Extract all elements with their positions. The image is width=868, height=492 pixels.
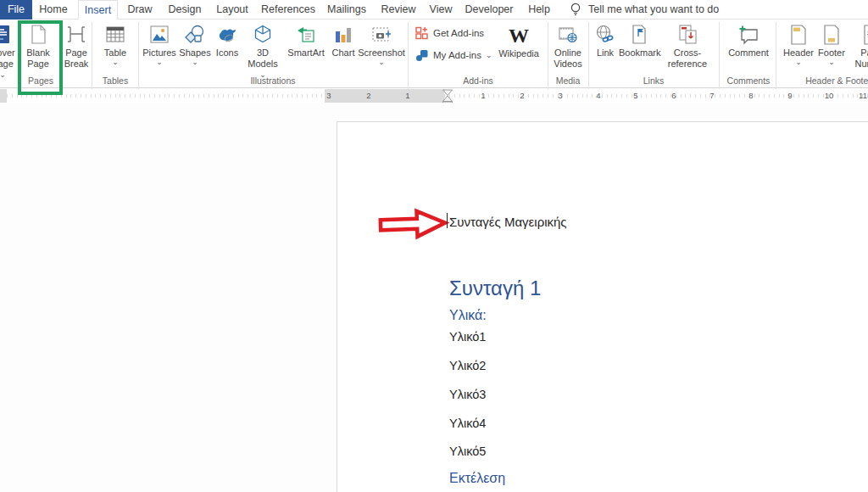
ribbon-button-get-add-ins[interactable]: Get Add-ins	[415, 26, 484, 40]
document-page[interactable]	[337, 121, 868, 492]
menu-tab-review[interactable]: Review	[381, 0, 416, 20]
ribbon-button-my-add-ins[interactable]: My Add-ins ⌄	[415, 48, 492, 62]
group-label-add-ins: Add-ins	[412, 75, 544, 86]
ruler-left-edge	[0, 89, 7, 103]
button-label: Screenshot	[358, 48, 405, 58]
ribbon-button-bookmark[interactable]: Bookmark	[619, 22, 659, 59]
button-label: Cross-reference	[668, 48, 707, 69]
button-label: Get Add-ins	[433, 28, 484, 38]
button-label: Shapes	[179, 48, 210, 58]
button-label: Wikipedia	[498, 48, 539, 59]
ribbon-button-chart[interactable]: Chart	[329, 22, 358, 59]
red-arrow-annotation	[378, 208, 449, 240]
button-label: Comment	[728, 48, 769, 58]
document-title-text: Συνταγές Μαγειρικής	[449, 215, 567, 229]
chevron-down-icon: ⌄	[486, 53, 492, 59]
chevron-down-icon: ⌄	[178, 59, 212, 65]
ruler-number: 8	[748, 91, 753, 100]
group-label-tables: Tables	[95, 75, 136, 86]
ingredient-line: Υλικό5	[449, 444, 486, 458]
menu-tab-developer[interactable]: Developer	[465, 0, 514, 20]
group-label-links: Links	[592, 75, 715, 86]
smartart-icon	[295, 22, 317, 48]
menu-tab-home[interactable]: Home	[39, 0, 67, 20]
ribbon-button-page-number[interactable]: # Page Number ⌄	[848, 22, 868, 75]
chevron-down-icon: ⌄	[98, 59, 132, 65]
ruler-number: 5	[633, 91, 637, 100]
menu-tab-file[interactable]: File	[0, 0, 32, 20]
menu-tab-design[interactable]: Design	[169, 0, 202, 20]
table-icon	[104, 22, 126, 48]
button-label: Icons	[216, 48, 238, 58]
ribbon-button-header[interactable]: Header ⌄	[782, 22, 815, 65]
tell-me-search[interactable]: Tell me what you want to do	[588, 0, 719, 20]
menu-tab-view[interactable]: View	[430, 0, 453, 20]
ribbon-button-pictures[interactable]: Pictures ⌄	[141, 22, 178, 65]
ruler-number: 3	[326, 91, 331, 100]
bookmark-icon	[628, 22, 650, 48]
menu-tab-references[interactable]: References	[261, 0, 315, 20]
ribbon-button-footer[interactable]: Footer ⌄	[815, 22, 848, 65]
comment-icon	[737, 22, 760, 48]
ruler-number: 1	[481, 91, 485, 100]
get-add-ins-icon	[415, 26, 429, 40]
ingredient-line: Υλικό4	[449, 417, 486, 430]
my-add-ins-icon	[415, 48, 429, 62]
ribbon-button-online-videos[interactable]: Online Videos	[549, 22, 587, 69]
footer-icon	[821, 22, 843, 48]
menu-tab-help[interactable]: Help	[528, 0, 550, 20]
ribbon-button-3d-models[interactable]: 3D Models ⌄	[242, 22, 283, 80]
button-label: Table	[104, 48, 126, 58]
ribbon-button-comment[interactable]: Comment	[723, 22, 774, 59]
cover-page-icon	[0, 22, 14, 48]
ruler-number: 10	[825, 91, 834, 100]
button-label: SmartArt	[287, 48, 324, 58]
button-label: Pictures	[142, 48, 176, 58]
menu-tab-insert[interactable]: Insert	[78, 0, 118, 20]
ribbon-button-cover-page[interactable]: Cover Page ⌄	[0, 22, 19, 80]
menu-tab-mailings[interactable]: Mailings	[327, 0, 366, 20]
ribbon-group-tables: Table ⌄ Tables	[95, 20, 136, 88]
horizontal-ruler: 3 2 1 1 2 3 4 5 6 7 8 9 10 11	[0, 89, 868, 103]
menu-bar: File Home Insert Draw Design Layout Refe…	[0, 0, 868, 20]
ingredient-line: Υλικό1	[449, 330, 486, 344]
ribbon-button-shapes[interactable]: Shapes ⌄	[178, 22, 212, 65]
button-label: 3D Models	[248, 48, 277, 69]
link-icon	[594, 22, 616, 48]
group-label-illustrations: Illustrations	[141, 75, 405, 86]
bird-icon	[216, 22, 238, 48]
ruler-number: 9	[787, 91, 792, 100]
group-label-media: Media	[549, 75, 587, 86]
3d-cube-icon	[252, 22, 274, 48]
lightbulb-icon	[570, 3, 581, 17]
button-label: Cover Page	[0, 48, 15, 69]
ruler-margin-area	[325, 89, 444, 103]
button-label: Online Videos	[554, 48, 581, 69]
ribbon-group-add-ins: Get Add-ins My Add-ins ⌄ W Wikipedia Add…	[412, 20, 544, 88]
ruler-number: 6	[671, 91, 676, 100]
ruler-number: 7	[709, 91, 714, 100]
ribbon-button-screenshot[interactable]: Screenshot ⌄	[358, 22, 405, 65]
ribbon-button-table[interactable]: Table ⌄	[96, 22, 135, 65]
shapes-icon	[184, 22, 206, 48]
button-label: Bookmark	[619, 48, 661, 58]
ribbon-button-wikipedia[interactable]: W Wikipedia	[493, 23, 544, 59]
ribbon-group-media: Online Videos Media	[549, 20, 587, 88]
ruler-number: 2	[520, 91, 524, 100]
page-number-icon: #	[860, 22, 868, 48]
button-label: Footer	[818, 48, 845, 58]
ribbon-button-smartart[interactable]: SmartArt	[283, 22, 329, 59]
menu-tab-layout[interactable]: Layout	[216, 0, 248, 20]
group-label-comments: Comments	[722, 75, 775, 86]
ruler-number: 2	[366, 91, 370, 100]
ribbon-button-link[interactable]: Link	[592, 22, 619, 59]
chevron-down-icon: ⌄	[853, 70, 868, 75]
ribbon-button-page-break[interactable]: Page Break	[58, 22, 95, 69]
chevron-down-icon: ⌄	[782, 59, 815, 65]
ribbon-button-cross-reference[interactable]: Cross-reference	[659, 22, 715, 69]
ribbon-button-icons[interactable]: Icons	[212, 22, 242, 59]
pictures-icon	[148, 22, 170, 48]
ruler-number: 1	[405, 91, 409, 100]
button-label: Page Break	[64, 48, 89, 69]
menu-tab-draw[interactable]: Draw	[127, 0, 152, 20]
